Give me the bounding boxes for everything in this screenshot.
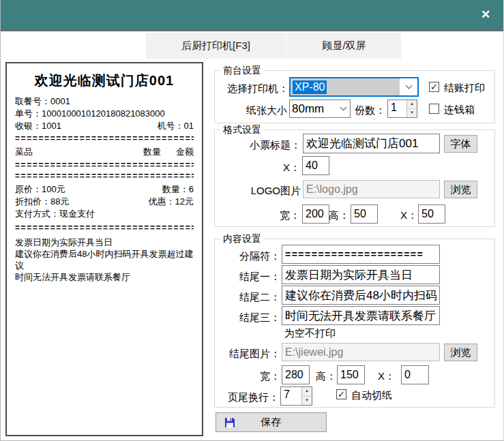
receipt-footer-line: 发票日期为实际开具当日 — [15, 237, 194, 248]
checkbox-checkout-print[interactable]: ✓ — [429, 82, 439, 92]
end-image-label: 结尾图片： — [223, 348, 280, 361]
footer2-label: 结尾二： — [230, 291, 280, 304]
logo-browse-button[interactable]: 浏览 — [444, 181, 477, 198]
receipt-title: 欢迎光临测试门店001 — [15, 72, 194, 90]
titlebar: ✕ — [1, 0, 504, 30]
save-button-label: 保存 — [261, 416, 282, 427]
receipt-cashier: 收银：1001 — [15, 120, 61, 132]
title-x-label: X： — [270, 162, 300, 174]
receipt-qty: 数量：6 — [162, 183, 194, 196]
end-width-input[interactable] — [282, 365, 310, 384]
logo-width-input[interactable] — [302, 204, 329, 224]
tab-customer-display[interactable]: 顾显/双屏 — [286, 33, 401, 59]
separator-input[interactable] — [282, 245, 440, 264]
save-button[interactable]: 保存 — [216, 412, 327, 432]
logo-path-input[interactable] — [303, 180, 440, 198]
receipt-discount-price: 折扣价：88元 — [15, 196, 69, 208]
page-break-value: 7 — [281, 387, 301, 405]
receipt-order-no: 单号：1000100010120180821083000 — [15, 108, 194, 120]
checkbox-auto-cut-label: 自动切纸 — [351, 389, 392, 402]
page-break-spinner[interactable]: 7 ▲ ▼ — [280, 386, 312, 406]
receipt-separator: ================================= — [15, 224, 194, 232]
end-image-path-input[interactable] — [282, 343, 440, 361]
logo-x-input[interactable] — [418, 204, 445, 224]
receipt-col-amount: 金额 — [176, 145, 194, 159]
copies-label: 份数： — [354, 104, 385, 117]
printer-settings-window: ✕ 后厨打印机[F3] 顾显/双屏 欢迎光临测试门店001 取餐号：0001 单… — [0, 0, 504, 441]
groupbox-content-settings-title: 内容设置 — [220, 233, 264, 245]
logo-x-label: X： — [394, 209, 417, 222]
checkbox-auto-cut[interactable]: ✓ — [336, 389, 346, 399]
printer-select-label: 选择打印机： — [226, 82, 288, 95]
spin-up-icon[interactable]: ▲ — [407, 100, 417, 109]
checkbox-cash-drawer[interactable] — [429, 104, 439, 114]
receipt-preview: 欢迎光临测试门店001 取餐号：0001 单号：1000100010120180… — [5, 62, 203, 436]
receipt-pickup-no: 取餐号：0001 — [15, 95, 194, 108]
spin-up-icon[interactable]: ▲ — [302, 387, 312, 397]
receipt-payment: 支付方式：现金支付 — [15, 208, 194, 220]
receipt-footer-line: 时间无法开具发票请联系餐厅 — [15, 271, 194, 283]
empty-not-printed-note: 为空不打印 — [284, 327, 336, 340]
logo-height-input[interactable] — [351, 204, 378, 224]
font-button[interactable]: 字体 — [444, 135, 477, 153]
copies-value: 1 — [388, 100, 406, 117]
receipt-separator: ================================= — [15, 161, 194, 170]
printer-select[interactable]: XP-80 — [289, 77, 419, 97]
paper-size-label: 纸张大小 — [239, 104, 287, 117]
chevron-down-icon — [405, 82, 412, 89]
receipt-col-qty: 数量 — [143, 145, 161, 159]
end-x-label: X： — [374, 370, 395, 383]
receipt-discount: 优惠：12元 — [149, 196, 194, 208]
end-height-input[interactable] — [337, 365, 365, 384]
footer2-input[interactable] — [282, 286, 440, 305]
title-x-input[interactable] — [302, 156, 329, 175]
receipt-footer-line: 建议你在消费后48小时内扫码开具发票超过建议 — [15, 248, 194, 271]
page-break-label: 页尾换行： — [226, 391, 279, 404]
groupbox-format-settings-title: 格式设置 — [220, 124, 264, 136]
save-floppy-icon — [224, 417, 235, 430]
receipt-col-item: 菜品 — [15, 145, 33, 159]
logo-image-label: LOGO图片 — [241, 185, 301, 198]
tab-kitchen-printer[interactable]: 后厨打印机[F3] — [146, 33, 286, 59]
ticket-title-label: 小票标题： — [239, 139, 301, 152]
receipt-original-price: 原价：100元 — [15, 183, 65, 196]
end-height-label: 高： — [316, 370, 336, 383]
chevron-down-icon — [340, 104, 346, 111]
checkbox-checkout-print-label: 结账打印 — [444, 82, 485, 95]
copies-spinner[interactable]: 1 ▲ ▼ — [387, 100, 417, 118]
ticket-title-input[interactable] — [303, 134, 440, 153]
paper-size-value: 80mm — [290, 100, 336, 117]
receipt-separator: ================================= — [15, 172, 194, 181]
footer3-input[interactable] — [282, 306, 440, 325]
spin-down-icon[interactable]: ▼ — [302, 397, 312, 406]
footer3-label: 结尾三： — [230, 311, 280, 324]
separator-label: 分隔符： — [233, 250, 280, 263]
end-x-input[interactable] — [401, 365, 429, 384]
end-width-label: 宽： — [260, 370, 280, 383]
spin-down-icon[interactable]: ▼ — [407, 109, 417, 117]
titlebar-divider — [1, 30, 504, 31]
checkbox-cash-drawer-label: 连钱箱 — [444, 104, 475, 117]
receipt-machine-no: 机号：01 — [158, 120, 194, 132]
paper-size-select[interactable]: 80mm — [289, 100, 351, 118]
logo-width-label: 宽： — [270, 209, 300, 222]
end-image-browse-button[interactable]: 浏览 — [444, 344, 477, 361]
footer1-input[interactable] — [282, 265, 440, 284]
close-icon[interactable]: ✕ — [477, 6, 494, 24]
logo-height-label: 高： — [329, 209, 349, 222]
printer-select-value: XP-80 — [293, 80, 327, 94]
receipt-separator: ================================= — [15, 134, 194, 143]
groupbox-front-settings-title: 前台设置 — [220, 65, 264, 77]
footer1-label: 结尾一： — [230, 271, 280, 284]
